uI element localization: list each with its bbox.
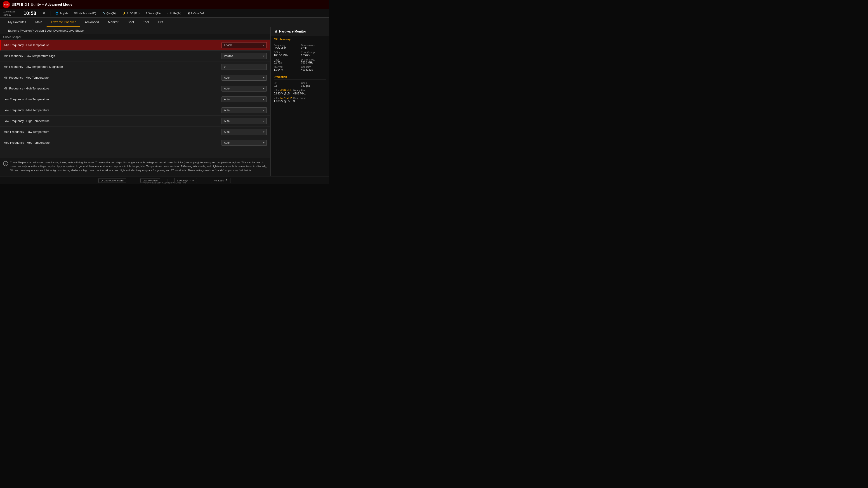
favorites-button[interactable]: ⌨ My Favorite(F3) (72, 11, 97, 15)
setting-control-min-freq-low-temp-sign: PositiveNegative▼ (221, 53, 267, 59)
setting-control-min-freq-low-temp: AutoEnableDisable▼ (221, 42, 267, 48)
dropdown-wrapper-med-freq-low-temp: AutoEnableDisable▼ (221, 129, 267, 135)
setting-label-min-freq-high-temp: Min Frequency - High Temperature (4, 87, 49, 90)
setting-row-min-freq-low-temp-mag[interactable]: Min Frequency - Low Temperature Magnitud… (0, 61, 270, 72)
setting-row-low-freq-low-temp[interactable]: Low Frequency - Low TemperatureAutoEnabl… (0, 94, 270, 105)
nav-exit[interactable]: Exit (153, 18, 168, 27)
fan-icon: 🔧 (102, 12, 105, 15)
cooler-cell: Cooler 147 pts (301, 82, 326, 88)
svg-text:ROG: ROG (4, 4, 9, 6)
search-label: Search(F9) (148, 12, 160, 15)
breadcrumb-back-button[interactable]: ← (3, 29, 6, 33)
qdashboard-label: Q-Dashboard(Insert) (101, 179, 124, 182)
header: ROG UEFI BIOS Utility – Advanced Mode (0, 0, 329, 9)
setting-control-med-freq-low-temp: AutoEnableDisable▼ (221, 129, 267, 135)
nav-main-label: Main (35, 20, 42, 24)
settings-list: Min Frequency - Low TemperatureAutoEnabl… (0, 40, 270, 158)
hotkeys-icon: ? (225, 179, 228, 182)
setting-row-med-freq-med-temp[interactable]: Med Frequency - Med TemperatureAutoEnabl… (0, 137, 270, 148)
dropdown-low-freq-high-temp[interactable]: AutoEnableDisable (221, 118, 267, 124)
mc-volt-label-cell: MC Volt. 1.394 V (274, 66, 299, 71)
setting-control-low-freq-med-temp: AutoEnableDisable▼ (221, 107, 267, 113)
nav-my-favorites[interactable]: My Favorites (4, 18, 31, 27)
setting-label-min-freq-med-temp: Min Frequency - Med Temperature (4, 76, 49, 79)
nav-extreme-tweaker-label: Extreme Tweaker (51, 20, 76, 24)
gear-button[interactable]: ⚙ (41, 11, 46, 15)
text-input-min-freq-low-temp-mag[interactable] (221, 64, 267, 70)
hotkeys-button[interactable]: Hot Keys ? (211, 178, 231, 183)
nav-advanced[interactable]: Advanced (80, 18, 103, 27)
dropdown-min-freq-med-temp[interactable]: AutoEnableDisable (221, 75, 267, 80)
section-title: Curve Shaper (0, 34, 270, 40)
search-button[interactable]: ? Search(F9) (145, 11, 162, 15)
setting-control-low-freq-low-temp: AutoEnableDisable▼ (221, 96, 267, 102)
setting-row-min-freq-high-temp[interactable]: Min Frequency - High TemperatureAutoEnab… (0, 83, 270, 94)
prediction-section: Prediction SP 93 Cooler 147 pts V for 48… (271, 74, 329, 105)
hotkeys-label: Hot Keys (214, 179, 224, 182)
dropdown-min-freq-low-temp-sign[interactable]: PositiveNegative (221, 53, 267, 59)
version-text: Version 2.22.1284 Copyright (C) 2025 AMI (143, 182, 186, 184)
app-title: UEFI BIOS Utility – Advanced Mode (12, 2, 72, 6)
setting-control-min-freq-high-temp: AutoEnableDisable▼ (221, 86, 267, 92)
resize-bar-button[interactable]: ▣ ReSize BAR (186, 11, 206, 15)
info-text: Curve Shaper is an advanced overclocking… (10, 161, 267, 172)
dropdown-med-freq-low-temp[interactable]: AutoEnableDisable (221, 129, 267, 135)
monitor-icon: 🖥 (274, 29, 277, 33)
nav-advanced-label: Advanced (85, 20, 99, 24)
dropdown-min-freq-low-temp[interactable]: AutoEnableDisable (221, 42, 267, 48)
qfan-button[interactable]: 🔧 Qfan(F6) (101, 11, 118, 15)
setting-row-min-freq-med-temp[interactable]: Min Frequency - Med TemperatureAutoEnabl… (0, 72, 270, 83)
sidebar-hardware-monitor: 🖥 Hardware Monitor CPU/Memory Frequency … (270, 27, 329, 176)
setting-row-low-freq-high-temp[interactable]: Low Frequency - High TemperatureAutoEnab… (0, 116, 270, 127)
ratio-label-cell: Ratio 52.75x (274, 58, 299, 64)
language-label: English (59, 12, 68, 15)
nav-tool-label: Tool (143, 20, 149, 24)
setting-row-low-freq-med-temp[interactable]: Low Frequency - Med TemperatureAutoEnabl… (0, 105, 270, 116)
resize-label: ReSize BAR (191, 12, 205, 15)
logo-area: ROG UEFI BIOS Utility – Advanced Mode (3, 1, 72, 8)
bottom-sep-1: | (133, 179, 133, 182)
toolbar: 02/09/2025Sunday 10:58 ⚙ 🌐 English ⌨ My … (0, 9, 329, 18)
bottom-sep-3: | (204, 179, 204, 182)
arrow-right-icon: → (192, 179, 194, 182)
dropdown-wrapper-min-freq-low-temp: AutoEnableDisable▼ (221, 42, 267, 48)
setting-label-min-freq-low-temp-mag: Min Frequency - Low Temperature Magnitud… (4, 65, 63, 68)
content-area: ← Extreme Tweaker\Precision Boost Overdr… (0, 27, 270, 176)
cpu-memory-section: CPU/Memory Frequency 5275 MHz Temperatur… (271, 36, 329, 74)
nav-monitor[interactable]: Monitor (103, 18, 123, 27)
dropdown-wrapper-med-freq-med-temp: AutoEnableDisable▼ (221, 140, 267, 146)
setting-row-min-freq-low-temp[interactable]: Min Frequency - Low TemperatureAutoEnabl… (0, 40, 270, 51)
nav-boot[interactable]: Boot (123, 18, 138, 27)
nav-tool[interactable]: Tool (138, 18, 153, 27)
prediction-title: Prediction (274, 75, 326, 80)
info-box: i Curve Shaper is an advanced overclocki… (0, 158, 270, 176)
qfan-label: Qfan(F6) (106, 12, 116, 15)
nav-extreme-tweaker[interactable]: Extreme Tweaker (46, 18, 80, 27)
setting-label-min-freq-low-temp: Min Frequency - Low Temperature (4, 43, 49, 47)
dropdown-min-freq-high-temp[interactable]: AutoEnableDisable (221, 86, 267, 92)
frequency-label-cell: Frequency 5275 MHz (274, 44, 299, 50)
dropdown-low-freq-low-temp[interactable]: AutoEnableDisable (221, 96, 267, 102)
breadcrumb-bar: ← Extreme Tweaker\Precision Boost Overdr… (0, 27, 270, 34)
nav-main[interactable]: Main (31, 18, 46, 27)
dropdown-wrapper-min-freq-low-temp-sign: PositiveNegative▼ (221, 53, 267, 59)
prediction-grid: SP 93 Cooler 147 pts (274, 82, 326, 88)
qdashboard-button[interactable]: Q-Dashboard(Insert) (98, 178, 126, 183)
aura-button[interactable]: ✦ AURA(F4) (165, 11, 183, 15)
dropdown-med-freq-med-temp[interactable]: AutoEnableDisable (221, 140, 267, 146)
language-button[interactable]: 🌐 English (54, 11, 69, 15)
setting-label-med-freq-med-temp: Med Frequency - Med Temperature (4, 141, 50, 144)
aioc-button[interactable]: ⚡ AI OC(F11) (121, 11, 141, 15)
setting-control-low-freq-high-temp: AutoEnableDisable▼ (221, 118, 267, 124)
ai-icon: ⚡ (123, 12, 126, 15)
cpu-memory-grid: Frequency 5275 MHz Temperature 22°C BCLK… (274, 44, 326, 71)
resize-icon: ▣ (188, 12, 190, 15)
setting-label-low-freq-med-temp: Low Frequency - Med Temperature (4, 108, 49, 112)
dropdown-low-freq-med-temp[interactable]: AutoEnableDisable (221, 107, 267, 113)
favorites-label: My Favorite(F3) (79, 12, 96, 15)
setting-row-min-freq-low-temp-sign[interactable]: Min Frequency - Low Temperature SignPosi… (0, 51, 270, 61)
setting-row-med-freq-low-temp[interactable]: Med Frequency - Low TemperatureAutoEnabl… (0, 127, 270, 137)
nav-exit-label: Exit (158, 20, 163, 24)
dropdown-wrapper-min-freq-high-temp: AutoEnableDisable▼ (221, 86, 267, 92)
dropdown-wrapper-low-freq-low-temp: AutoEnableDisable▼ (221, 96, 267, 102)
